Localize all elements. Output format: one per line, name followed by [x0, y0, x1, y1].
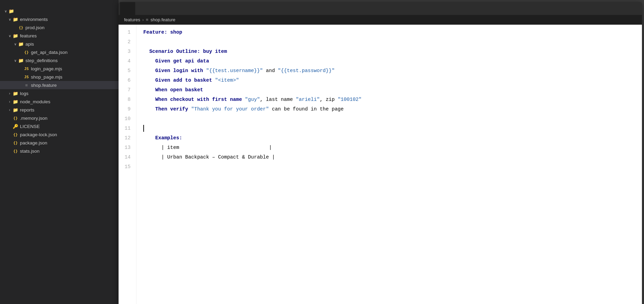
code-line-7: When open basket	[143, 85, 642, 95]
tree-item-reports[interactable]: ›📁reports	[0, 106, 119, 114]
tab-bar	[119, 2, 642, 15]
code-line-12: Examples:	[143, 133, 642, 143]
code-line-4: Given get api data	[143, 56, 642, 66]
folder-icon: 📁	[12, 91, 19, 96]
line-number-9: 9	[119, 104, 136, 114]
code-line-1: Feature: shop	[143, 27, 642, 37]
line-number-15: 15	[119, 162, 136, 172]
tree-item-apis[interactable]: ∨📁apis	[0, 40, 119, 48]
code-line-3: Scenario Outline: buy item	[143, 47, 642, 56]
code-line-14: | Urban Backpack – Compact & Durable |	[143, 152, 642, 162]
folder-icon: 📁	[12, 99, 19, 104]
tree-item-shop-page[interactable]: JSshop_page.mjs	[0, 73, 119, 81]
tree-arrow-step-defs: ∨	[12, 59, 18, 62]
tree-label-package-lock: package-lock.json	[20, 132, 57, 137]
tree-label-login-page: login_page.mjs	[31, 66, 62, 71]
root-arrow: ∨	[3, 9, 8, 13]
folder-icon: 📁	[18, 58, 24, 63]
tree-root[interactable]: ∨ 📁	[0, 7, 119, 15]
editor-panel: features › ≡ shop.feature 12345678910111…	[119, 2, 642, 304]
text-cursor	[143, 125, 144, 132]
tree-item-node-modules[interactable]: ›📁node_modules	[0, 97, 119, 106]
line-number-5: 5	[119, 66, 136, 75]
code-line-9: Then verify "Thank you for your order" c…	[143, 104, 642, 114]
tree-label-package-json: package.json	[20, 140, 47, 145]
key-icon: 🔑	[12, 124, 19, 129]
json-icon: {}	[23, 50, 30, 55]
line-number-7: 7	[119, 85, 136, 95]
line-number-2: 2	[119, 37, 136, 47]
sidebar: ∨ 📁 ∨📁environments {}prod.json∨📁features…	[0, 0, 119, 304]
tree-item-stats-json[interactable]: {}stats.json	[0, 147, 119, 155]
json-icon: {}	[18, 25, 24, 30]
tree-label-features: features	[20, 33, 37, 38]
code-line-15	[143, 162, 642, 172]
js-icon: JS	[23, 67, 30, 71]
sidebar-header	[0, 0, 119, 7]
tree-item-login-page[interactable]: JSlogin_page.mjs	[0, 65, 119, 73]
folder-icon: 📁	[12, 17, 19, 22]
file-tree: ∨📁environments {}prod.json∨📁features∨📁ap…	[0, 15, 119, 155]
tree-item-features[interactable]: ∨📁features	[0, 32, 119, 40]
code-line-11	[143, 124, 642, 133]
line-number-10: 10	[119, 114, 136, 124]
tree-item-step-defs[interactable]: ∨📁step_definitions	[0, 56, 119, 65]
json-icon: {}	[12, 116, 19, 120]
tree-item-shop-feature[interactable]: ≡shop.feature	[0, 81, 119, 89]
tree-item-logs[interactable]: ›📁logs	[0, 89, 119, 97]
code-line-5: Given login with "{{test.username}}" and…	[143, 66, 642, 75]
code-editor[interactable]: 123456789101112131415 Feature: shop Scen…	[119, 25, 642, 304]
root-folder-icon: 📁	[8, 9, 14, 14]
tree-label-get-api-data: get_api_data.json	[31, 50, 68, 55]
json-icon: {}	[12, 141, 19, 145]
folder-icon: 📁	[18, 42, 24, 47]
code-line-6: Given add to basket "<item>"	[143, 75, 642, 85]
breadcrumb-sep: ›	[142, 17, 144, 22]
tree-label-reports: reports	[20, 107, 34, 113]
tree-arrow-environments: ∨	[7, 17, 12, 21]
feature-icon: ≡	[23, 83, 30, 88]
tree-item-license[interactable]: 🔑LICENSE	[0, 122, 119, 130]
json-icon: {}	[12, 149, 19, 153]
tree-item-prod-json[interactable]: {}prod.json	[0, 23, 119, 32]
tree-label-prod-json: prod.json	[25, 25, 45, 30]
breadcrumb-file-icon: ≡	[146, 17, 148, 22]
tree-label-shop-feature: shop.feature	[31, 83, 57, 88]
code-line-13: | item |	[143, 143, 642, 152]
breadcrumb-features[interactable]: features	[124, 17, 140, 22]
line-numbers: 123456789101112131415	[119, 25, 136, 304]
tree-item-memory-json[interactable]: {}.memory.json	[0, 114, 119, 122]
folder-icon: 📁	[12, 33, 19, 38]
tree-label-node-modules: node_modules	[20, 99, 51, 104]
code-line-2	[143, 37, 642, 47]
line-number-4: 4	[119, 56, 136, 66]
code-line-8: When checkout with first name "guy", las…	[143, 95, 642, 104]
tree-label-step-defs: step_definitions	[25, 58, 58, 63]
breadcrumb: features › ≡ shop.feature	[119, 15, 642, 25]
tree-item-package-json[interactable]: {}package.json	[0, 139, 119, 147]
line-number-3: 3	[119, 47, 136, 56]
line-number-1: 1	[119, 27, 136, 37]
line-number-14: 14	[119, 152, 136, 162]
line-number-8: 8	[119, 95, 136, 104]
breadcrumb-filename: shop.feature	[151, 17, 175, 22]
code-line-10	[143, 114, 642, 124]
folder-icon: 📁	[12, 107, 19, 113]
tree-label-shop-page: shop_page.mjs	[31, 74, 63, 80]
tree-label-stats-json: stats.json	[20, 149, 40, 154]
tree-arrow-node-modules: ›	[7, 100, 12, 104]
line-number-13: 13	[119, 143, 136, 152]
code-area[interactable]: Feature: shop Scenario Outline: buy item…	[136, 25, 642, 304]
tree-arrow-logs: ›	[7, 92, 12, 95]
tree-item-get-api-data[interactable]: {}get_api_data.json	[0, 48, 119, 56]
tree-label-environments: environments	[20, 17, 48, 22]
tree-label-apis: apis	[25, 42, 34, 47]
tree-arrow-features: ∨	[7, 34, 12, 38]
line-number-11: 11	[119, 124, 136, 133]
tree-label-memory-json: .memory.json	[20, 116, 47, 121]
tree-item-environments[interactable]: ∨📁environments	[0, 15, 119, 23]
tree-label-license: LICENSE	[20, 124, 40, 129]
shop-feature-tab[interactable]	[120, 2, 135, 15]
line-number-12: 12	[119, 133, 136, 143]
tree-item-package-lock[interactable]: {}package-lock.json	[0, 130, 119, 139]
